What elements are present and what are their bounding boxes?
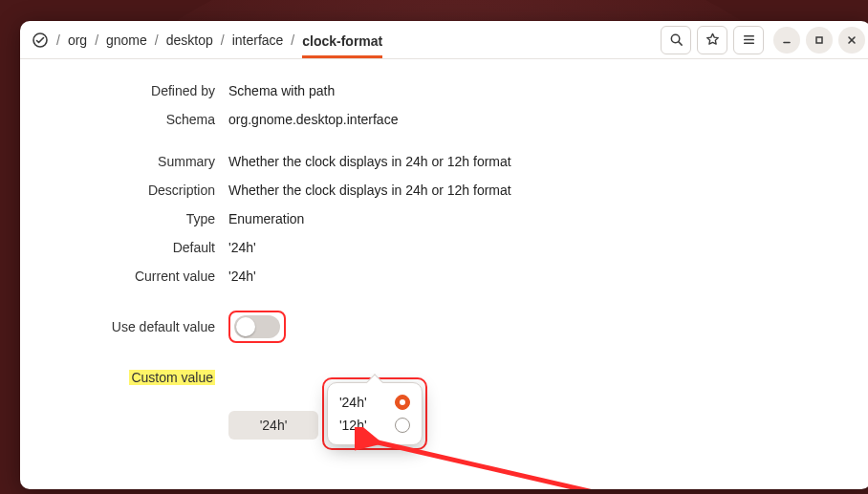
search-icon bbox=[669, 32, 684, 47]
window-minimize-button[interactable] bbox=[773, 27, 800, 54]
breadcrumb-interface[interactable]: interface bbox=[232, 31, 284, 50]
menu-button[interactable] bbox=[733, 26, 764, 54]
defined-by-value: Schema with path bbox=[228, 83, 868, 98]
window-maximize-button[interactable] bbox=[806, 27, 833, 54]
use-default-label: Use default value bbox=[20, 319, 228, 334]
radio-selected-icon bbox=[395, 395, 410, 410]
bookmark-button[interactable] bbox=[697, 26, 727, 54]
minimize-icon bbox=[781, 34, 792, 46]
custom-value-dropdown[interactable]: '24h' bbox=[228, 411, 318, 440]
hamburger-icon bbox=[742, 32, 756, 47]
radio-unselected-icon bbox=[395, 418, 410, 433]
option-label: '24h' bbox=[339, 395, 367, 410]
custom-value-label: Custom value bbox=[129, 370, 215, 385]
dconf-editor-icon bbox=[32, 32, 49, 49]
breadcrumb-clock-format[interactable]: clock-format bbox=[302, 32, 382, 58]
summary-label: Summary bbox=[20, 154, 228, 169]
breadcrumb-sep: / bbox=[221, 32, 225, 48]
schema-value: org.gnome.desktop.interface bbox=[228, 112, 868, 127]
default-value: '24h' bbox=[228, 240, 868, 255]
breadcrumb: / org / gnome / desktop / interface / cl… bbox=[26, 31, 657, 50]
window-close-button[interactable] bbox=[838, 27, 865, 54]
option-24h[interactable]: '24h' bbox=[334, 391, 416, 414]
option-label: '12h' bbox=[339, 418, 367, 433]
default-label: Default bbox=[20, 240, 228, 255]
current-value-label: Current value bbox=[20, 268, 228, 284]
editor-window: / org / gnome / desktop / interface / cl… bbox=[20, 21, 868, 489]
breadcrumb-sep: / bbox=[56, 32, 60, 48]
header-bar: / org / gnome / desktop / interface / cl… bbox=[20, 21, 868, 59]
search-button[interactable] bbox=[661, 26, 691, 54]
summary-value: Whether the clock displays in 24h or 12h… bbox=[228, 154, 868, 169]
annotation-ring-popover: '24h' '12h' bbox=[322, 377, 427, 450]
key-details: Defined by Schema with path Schema org.g… bbox=[20, 59, 868, 489]
annotation-ring-switch bbox=[228, 311, 286, 343]
star-icon bbox=[705, 32, 720, 47]
breadcrumb-gnome[interactable]: gnome bbox=[106, 31, 147, 50]
defined-by-label: Defined by bbox=[20, 83, 228, 98]
breadcrumb-org[interactable]: org bbox=[68, 31, 87, 50]
description-label: Description bbox=[20, 183, 228, 198]
breadcrumb-sep: / bbox=[291, 32, 294, 48]
breadcrumb-sep: / bbox=[95, 32, 98, 48]
svg-rect-7 bbox=[816, 37, 822, 43]
svg-line-2 bbox=[678, 42, 681, 45]
type-value: Enumeration bbox=[228, 211, 868, 226]
description-value: Whether the clock displays in 24h or 12h… bbox=[228, 183, 868, 198]
use-default-toggle[interactable] bbox=[234, 315, 280, 338]
current-value: '24h' bbox=[228, 268, 868, 284]
type-label: Type bbox=[20, 211, 228, 226]
maximize-icon bbox=[814, 34, 825, 46]
close-icon bbox=[846, 34, 857, 46]
schema-label: Schema bbox=[20, 112, 228, 127]
breadcrumb-sep: / bbox=[155, 32, 159, 48]
custom-value-popover: '24h' '12h' bbox=[327, 382, 423, 445]
breadcrumb-desktop[interactable]: desktop bbox=[166, 31, 213, 50]
option-12h[interactable]: '12h' bbox=[334, 414, 416, 437]
